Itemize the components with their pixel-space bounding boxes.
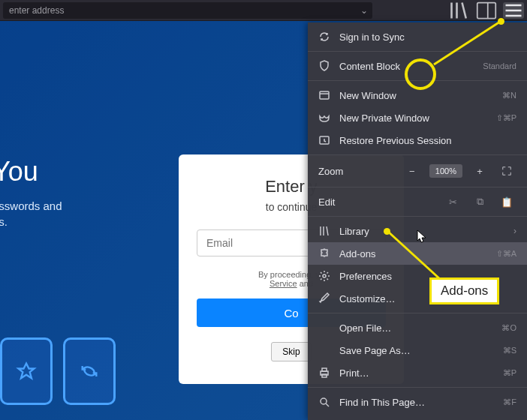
svg-point-10	[321, 398, 327, 404]
svg-rect-0	[477, 2, 496, 18]
menu-zoom: Zoom − 100% +	[308, 158, 527, 184]
mask-icon	[318, 112, 330, 124]
hero-title: You	[0, 156, 62, 188]
fullscreen-button[interactable]	[497, 161, 516, 181]
menu-print[interactable]: Print… ⌘P	[308, 362, 527, 384]
chevron-right-icon: ›	[513, 226, 516, 236]
menu-find[interactable]: Find in This Page… ⌘F	[308, 391, 527, 413]
sidebar-icon[interactable]	[476, 2, 497, 19]
laptop-icon	[0, 338, 53, 405]
menu-sign-in[interactable]: Sign in to Sync	[308, 26, 527, 48]
paste-icon[interactable]: 📋	[497, 196, 516, 208]
toolbar-icons	[449, 2, 524, 19]
restore-icon	[318, 134, 330, 146]
menu-content-blocking[interactable]: Content Block Standard	[308, 55, 527, 77]
svg-marker-2	[19, 364, 35, 379]
zoom-level: 100%	[429, 164, 462, 178]
hero-text: asswords andes.	[0, 198, 62, 230]
annotation-label: Add-ons	[429, 278, 499, 304]
svg-rect-9	[322, 374, 327, 377]
annotation-dot-addons	[384, 228, 390, 235]
hamburger-menu-button[interactable]	[503, 2, 524, 19]
address-bar[interactable]: enter address ⌄	[3, 2, 372, 19]
sync-icon	[318, 31, 330, 43]
cut-icon[interactable]: ✂	[443, 196, 462, 208]
print-icon	[318, 367, 330, 379]
zoom-in-button[interactable]: +	[470, 161, 489, 181]
cursor-icon	[417, 230, 427, 244]
tos-link[interactable]: Service	[270, 279, 297, 288]
toolbar: enter address ⌄	[0, 0, 527, 21]
phone-icon	[63, 338, 116, 405]
annotation-dot-top	[498, 18, 504, 25]
address-placeholder: enter address	[9, 5, 64, 16]
shield-icon	[318, 60, 330, 72]
skip-button[interactable]: Skip	[271, 342, 311, 362]
gear-icon	[318, 270, 330, 282]
brush-icon	[318, 292, 330, 304]
menu-addons[interactable]: Add-ons ⇧⌘A	[308, 242, 527, 265]
search-icon	[318, 396, 330, 408]
menu-restore-session[interactable]: Restore Previous Session	[308, 129, 527, 152]
menu-more[interactable]: More ›	[308, 413, 527, 420]
app-menu: Sign in to Sync Content Block Standard N…	[308, 22, 527, 420]
svg-point-6	[323, 274, 326, 278]
menu-private-window[interactable]: New Private Window ⇧⌘P	[308, 106, 527, 129]
copy-icon[interactable]: ⧉	[470, 196, 489, 208]
library-icon[interactable]	[449, 2, 470, 19]
zoom-out-button[interactable]: −	[402, 161, 422, 181]
svg-rect-8	[322, 368, 327, 371]
svg-rect-3	[320, 92, 329, 99]
svg-line-11	[326, 404, 329, 406]
menu-new-window[interactable]: New Window ⌘N	[308, 84, 527, 106]
window-icon	[318, 89, 330, 101]
menu-save-page[interactable]: Save Page As… ⌘S	[308, 339, 527, 362]
devices-illustration	[0, 338, 116, 405]
dropdown-icon[interactable]: ⌄	[360, 5, 368, 16]
puzzle-icon	[318, 248, 330, 260]
menu-open-file[interactable]: Open File… ⌘O	[308, 316, 527, 339]
hero: You asswords andes.	[0, 156, 62, 230]
menu-edit: Edit ✂ ⧉ 📋	[308, 190, 527, 213]
library-icon	[318, 225, 330, 237]
